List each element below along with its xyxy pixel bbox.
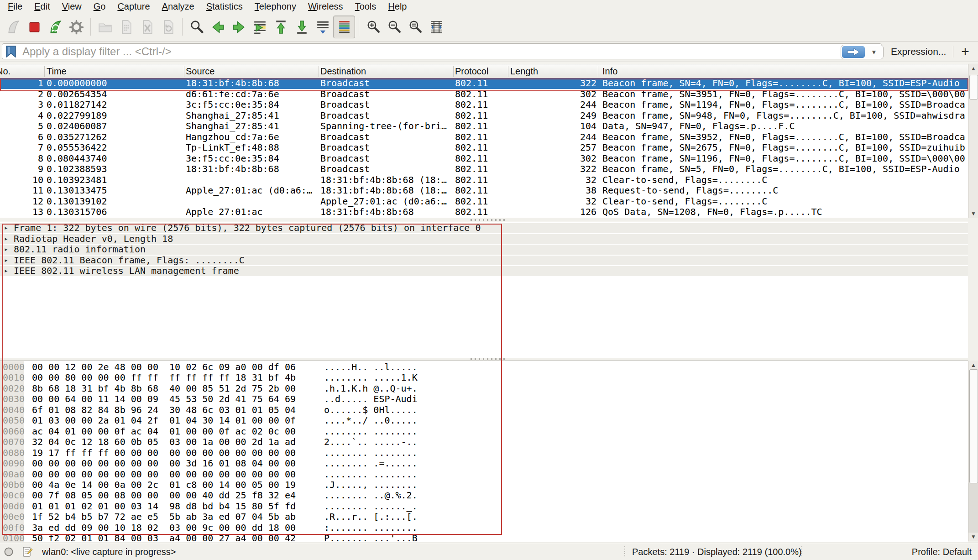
hex-row-0040[interactable]: 00406f 01 08 82 84 8b 96 24 30 48 6c 03 … [0,405,968,415]
colorize-button[interactable] [333,16,355,38]
hex-row-00e0[interactable]: 00e01f 52 b4 b5 b7 72 ae e5 5b ab 3a ed … [0,512,968,522]
hex-row-0060[interactable]: 0060ac 04 01 00 00 0f ac 04 01 00 00 0f … [0,426,968,437]
menu-capture[interactable]: Capture [111,1,156,12]
scrollbar-thumb[interactable] [969,75,978,99]
packet-row-7[interactable]: 70.055536422Tp-LinkT_ef:48:88Broadcast80… [0,142,968,153]
expand-triangle-icon[interactable]: ▸ [4,234,8,244]
hex-row-0010[interactable]: 001000 00 80 00 00 00 ff ff ff ff ff ff … [0,372,968,383]
hex-row-00f0[interactable]: 00f03a ed dd 09 00 10 18 02 03 00 9c 00 … [0,523,968,533]
menu-file[interactable]: File [2,1,28,12]
column-header-length[interactable]: Length [510,64,538,79]
capture-restart-button[interactable] [45,16,66,38]
column-header-no[interactable]: No. [0,64,10,79]
column-divider[interactable] [184,66,184,77]
scroll-down-arrow-icon[interactable]: ▼ [968,533,978,540]
hex-row-00d0[interactable]: 00d001 01 01 02 01 00 03 14 98 d8 bd b4 … [0,501,968,512]
scrollbar-thumb[interactable] [969,369,978,483]
menu-statistics[interactable]: Statistics [200,1,249,12]
packet-row-6[interactable]: 60.035271262Hangzhou_cd:7a:6eBroadcast80… [0,132,968,143]
expand-triangle-icon[interactable]: ▸ [4,256,8,266]
column-divider[interactable] [598,66,598,77]
hex-row-0090[interactable]: 009000 00 00 00 00 00 00 00 00 3d 16 01 … [0,458,968,469]
resize-columns-button[interactable] [426,16,447,38]
splitter-handle[interactable] [471,358,507,360]
column-divider[interactable] [508,66,508,77]
packet-row-9[interactable]: 90.10238859318:31:bf:4b:8b:68Broadcast80… [0,164,968,175]
hex-row-00a0[interactable]: 00a000 00 00 00 00 00 00 00 00 00 00 00 … [0,469,968,480]
packet-row-1[interactable]: 10.00000000018:31:bf:4b:8b:68Broadcast80… [0,78,968,89]
detail-line[interactable]: ▸IEEE 802.11 wireless LAN management fra… [0,266,968,276]
hex-pane-scrollbar[interactable]: ▲ ▼ [968,361,978,541]
column-divider[interactable] [319,66,319,77]
menu-go[interactable]: Go [88,1,112,12]
menu-wireless[interactable]: Wireless [302,1,349,12]
menu-tools[interactable]: Tools [349,1,382,12]
go-forward-button[interactable] [228,16,249,38]
hex-row-0070[interactable]: 007032 04 0c 12 18 60 0b 05 03 00 1a 00 … [0,437,968,447]
add-filter-button[interactable]: + [957,42,973,61]
menu-help[interactable]: Help [382,1,413,12]
column-divider[interactable] [453,66,454,77]
menu-analyze[interactable]: Analyze [156,1,200,12]
expand-triangle-icon[interactable]: ▸ [4,245,8,255]
column-header-time[interactable]: Time [47,64,67,79]
scrollbar-trough[interactable] [968,483,978,533]
hex-row-00b0[interactable]: 00b000 4a 0e 14 00 0a 00 2c 01 c8 00 14 … [0,480,968,490]
hex-row-0020[interactable]: 00208b 68 18 31 bf 4b 8b 68 40 00 85 51 … [0,383,968,394]
capture-stop-button[interactable] [24,16,45,38]
hex-row-0030[interactable]: 003000 00 64 00 11 14 00 09 45 53 50 2d … [0,394,968,404]
filter-bookmark-icon[interactable] [5,46,16,58]
expand-triangle-icon[interactable]: ▸ [4,223,8,233]
menu-view[interactable]: View [56,1,88,12]
menu-edit[interactable]: Edit [28,1,56,12]
hex-row-0050[interactable]: 005001 03 00 00 2a 01 04 2f 01 04 30 14 … [0,415,968,426]
pane-splitter-1[interactable] [0,218,978,222]
profile-text[interactable]: Profile: Default [912,543,972,560]
packet-row-3[interactable]: 30.0118271423c:f5:cc:0e:35:84Broadcast80… [0,99,968,110]
filter-history-caret[interactable]: ▼ [865,48,883,56]
packet-row-10[interactable]: 100.10392348118:31:bf:4b:8b:68 (18:…802.… [0,175,968,186]
detail-line[interactable]: ▸IEEE 802.11 Beacon frame, Flags: ......… [0,256,968,266]
auto-scroll-button[interactable] [312,16,333,38]
column-header-source[interactable]: Source [186,64,214,79]
go-to-packet-button[interactable] [249,16,270,38]
detail-line[interactable]: ▸802.11 radio information [0,245,968,255]
packet-row-5[interactable]: 50.024060087Shanghai_27:85:41Spanning-tr… [0,121,968,132]
packet-row-2[interactable]: 20.002654354d6:61:fe:cd:7a:6eBroadcast80… [0,89,968,100]
scroll-down-arrow-icon[interactable]: ▼ [968,210,978,217]
zoom-in-button[interactable] [363,16,384,38]
packet-list-scrollbar[interactable]: ▲ ▼ [968,64,978,218]
capture-options-button[interactable] [66,16,87,38]
packet-row-4[interactable]: 40.022799189Shanghai_27:85:41Broadcast80… [0,110,968,121]
column-header-destination[interactable]: Destination [320,64,366,79]
detail-line[interactable]: ▸Frame 1: 322 bytes on wire (2576 bits),… [0,223,968,233]
packet-row-8[interactable]: 80.0804437403e:f5:cc:0e:35:84Broadcast80… [0,153,968,164]
hex-row-0080[interactable]: 008019 17 ff ff ff 00 00 00 00 00 00 00 … [0,448,968,458]
expand-triangle-icon[interactable]: ▸ [4,266,8,276]
display-filter-input[interactable] [2,43,882,59]
column-header-info[interactable]: Info [602,64,617,79]
expression-button[interactable]: Expression... [891,45,946,58]
menu-telephony[interactable]: Telephony [249,1,302,12]
find-packet-button[interactable] [186,16,207,38]
splitter-handle[interactable] [471,219,507,221]
column-header-protocol[interactable]: Protocol [455,64,488,79]
packet-row-13[interactable]: 130.130315706Apple_27:01:ac18:31:bf:4b:8… [0,207,968,218]
hex-row-00c0[interactable]: 00c000 7f 08 05 00 08 00 00 00 00 40 dd … [0,490,968,501]
packet-row-12[interactable]: 120.130139102Apple_27:01:ac (d0:a6:…802.… [0,196,968,207]
hex-row-0100[interactable]: 010050 f2 02 01 01 84 00 03 a4 00 00 27 … [0,533,968,542]
packet-list-header[interactable]: No.TimeSourceDestinationProtocolLengthIn… [0,64,968,79]
zoom-reset-button[interactable] [405,16,426,38]
go-back-button[interactable] [207,16,228,38]
packet-row-11[interactable]: 110.130133475Apple_27:01:ac (d0:a6:…18:3… [0,185,968,196]
expert-status-circle-icon[interactable] [4,547,14,557]
scroll-up-arrow-icon[interactable]: ▲ [968,65,978,72]
scroll-up-arrow-icon[interactable]: ▲ [968,361,978,369]
capture-comment-icon[interactable] [22,546,33,557]
zoom-out-button[interactable] [384,16,405,38]
hex-row-0000[interactable]: 000000 00 12 00 2e 48 00 00 10 02 6c 09 … [0,362,968,372]
go-last-button[interactable] [291,16,312,38]
filter-apply-button[interactable] [842,46,865,58]
go-first-button[interactable] [270,16,291,38]
detail-line[interactable]: ▸Radiotap Header v0, Length 18 [0,234,968,244]
